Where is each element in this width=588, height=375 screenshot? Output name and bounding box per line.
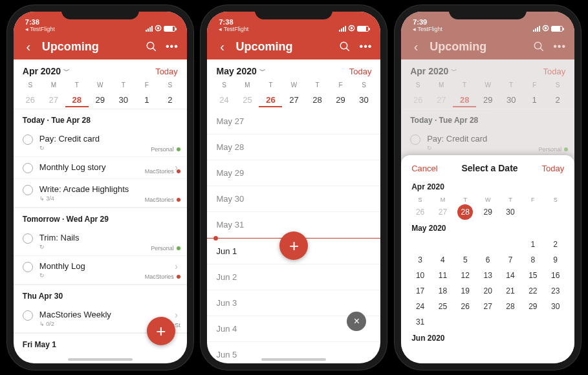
cal-day[interactable]: 21 — [499, 283, 522, 299]
date-cell[interactable]: 25 — [235, 92, 259, 107]
date-cell[interactable]: 29 — [89, 92, 112, 107]
add-task-fab[interactable]: + — [147, 317, 175, 345]
month-label[interactable]: Apr 2020﹀ — [23, 66, 70, 76]
home-indicator[interactable] — [261, 358, 326, 361]
task-item[interactable]: Pay: Credit card ↻ Personal — [14, 129, 187, 157]
cal-day[interactable]: 8 — [521, 252, 544, 268]
cal-day[interactable]: 24 — [409, 299, 431, 314]
task-item[interactable]: Trim: Nails ↻ Personal — [14, 228, 187, 256]
cal-day[interactable]: 17 — [409, 283, 431, 299]
cancel-button[interactable]: Cancel — [411, 164, 437, 173]
cal-day[interactable]: 29 — [521, 299, 544, 314]
task-checkbox[interactable] — [23, 163, 33, 173]
home-indicator[interactable] — [68, 358, 133, 361]
cal-day[interactable]: 28 — [499, 299, 522, 314]
cal-day[interactable]: 19 — [454, 283, 477, 299]
back-icon[interactable]: ‹ — [409, 39, 423, 54]
cal-day[interactable] — [499, 314, 522, 330]
cal-day[interactable]: 2 — [544, 237, 567, 252]
task-checkbox[interactable] — [23, 233, 33, 244]
search-icon[interactable] — [144, 39, 158, 54]
more-icon[interactable]: ••• — [165, 39, 179, 54]
date-cell[interactable]: 26 — [259, 92, 282, 107]
back-icon[interactable]: ‹ — [215, 39, 229, 54]
cal-day[interactable]: 29 — [477, 204, 499, 220]
cal-day[interactable] — [477, 314, 499, 330]
task-item[interactable]: Pay: Credit card ↻ Personal — [401, 129, 574, 157]
search-icon[interactable] — [338, 39, 352, 54]
date-cell[interactable]: 26 — [19, 92, 42, 107]
cal-day[interactable]: 6 — [477, 252, 499, 268]
cal-day[interactable]: 4 — [431, 252, 454, 268]
cal-day[interactable]: 27 — [431, 204, 454, 220]
date-cell[interactable]: 30 — [112, 92, 135, 107]
task-checkbox[interactable] — [410, 134, 420, 145]
cal-day[interactable] — [521, 204, 544, 220]
cal-day[interactable] — [409, 237, 431, 252]
date-list-item[interactable]: May 28 — [207, 134, 380, 160]
task-item[interactable]: Monthly Log ↻ › MacStories — [14, 256, 187, 284]
cal-day[interactable]: 16 — [544, 268, 567, 283]
cal-day[interactable]: 26 — [454, 299, 477, 314]
cal-day[interactable]: 15 — [521, 268, 544, 283]
cal-day[interactable] — [431, 237, 454, 252]
cal-day[interactable]: 11 — [431, 268, 454, 283]
cal-day[interactable]: 31 — [409, 314, 431, 330]
today-button[interactable]: Today — [349, 67, 372, 76]
cal-day[interactable] — [454, 237, 477, 252]
date-cell[interactable]: 29 — [476, 92, 499, 107]
cal-day[interactable]: 23 — [544, 283, 567, 299]
today-button[interactable]: Today — [541, 164, 564, 173]
cal-day[interactable] — [544, 204, 567, 220]
more-icon[interactable]: ••• — [552, 39, 567, 54]
date-cell[interactable]: 28 — [453, 92, 476, 107]
cal-day[interactable]: 9 — [544, 252, 567, 268]
month-label[interactable]: May 2020﹀ — [216, 66, 265, 76]
date-cell[interactable]: 28 — [305, 92, 329, 107]
cal-day[interactable]: 12 — [454, 268, 477, 283]
cal-day[interactable]: 13 — [477, 268, 499, 283]
date-cell[interactable]: 27 — [430, 92, 453, 107]
task-checkbox[interactable] — [23, 262, 33, 272]
cal-day[interactable]: 3 — [409, 252, 431, 268]
cal-day[interactable] — [477, 237, 499, 252]
date-list-item[interactable]: May 29 — [207, 160, 380, 186]
cal-day[interactable]: 20 — [477, 283, 499, 299]
date-list-item[interactable]: May 27 — [207, 109, 380, 134]
cal-day[interactable]: 7 — [499, 252, 522, 268]
task-item[interactable]: Write: Arcade Highlights ↳ 3/4 MacStorie… — [14, 179, 187, 208]
search-icon[interactable] — [532, 39, 546, 54]
today-button[interactable]: Today — [155, 67, 178, 76]
date-cell[interactable]: 1 — [135, 92, 158, 107]
date-cell[interactable]: 27 — [42, 92, 65, 107]
date-cell[interactable]: 29 — [329, 92, 352, 107]
date-cell[interactable]: 30 — [352, 92, 375, 107]
cal-day[interactable] — [499, 237, 522, 252]
cal-day[interactable]: 27 — [477, 299, 499, 314]
date-cell[interactable]: 24 — [212, 92, 235, 107]
date-cell[interactable]: 27 — [282, 92, 305, 107]
date-cell[interactable]: 2 — [158, 92, 182, 107]
cal-day[interactable]: 1 — [521, 237, 544, 252]
date-cell[interactable]: 26 — [406, 92, 430, 107]
cal-day[interactable]: 18 — [431, 283, 454, 299]
cal-day[interactable]: 22 — [521, 283, 544, 299]
cal-day[interactable]: 10 — [409, 268, 431, 283]
more-icon[interactable]: ••• — [358, 39, 373, 54]
date-cell[interactable]: 28 — [65, 92, 89, 107]
date-list-item[interactable]: May 30 — [207, 186, 380, 212]
cal-day[interactable]: 28 — [457, 204, 473, 220]
cal-day[interactable]: 30 — [499, 204, 522, 220]
date-list-item[interactable]: Jun 2 — [207, 264, 380, 290]
cal-day[interactable] — [431, 314, 454, 330]
calendar-body[interactable]: Apr 2020SMTWTFS2627282930May 20201234567… — [408, 178, 568, 347]
cal-day[interactable]: 5 — [454, 252, 477, 268]
cal-day[interactable] — [454, 314, 477, 330]
date-cell[interactable]: 1 — [523, 92, 546, 107]
task-checkbox[interactable] — [23, 310, 33, 321]
task-checkbox[interactable] — [23, 185, 33, 195]
task-checkbox[interactable] — [23, 134, 33, 145]
cal-day[interactable] — [521, 314, 544, 330]
date-cell[interactable]: 2 — [546, 92, 569, 107]
cal-day[interactable]: 14 — [499, 268, 522, 283]
